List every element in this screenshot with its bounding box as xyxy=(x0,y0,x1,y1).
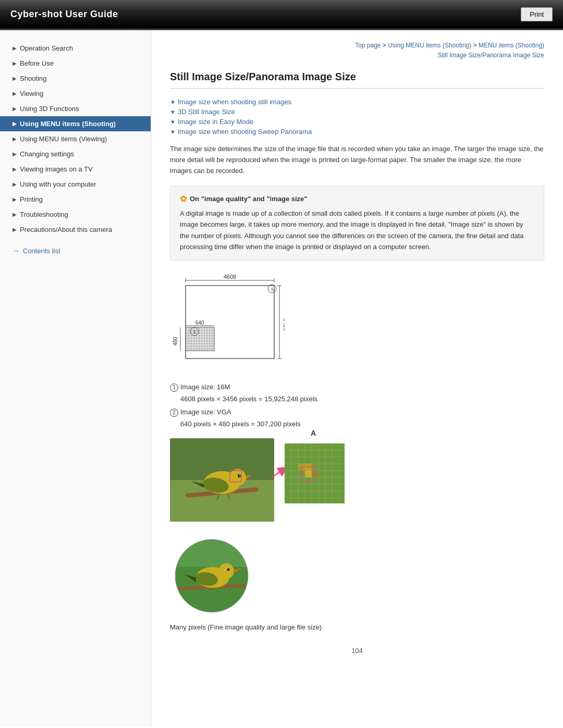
sidebar-arrow-icon: ▶ xyxy=(13,227,17,232)
note-title: ✿ On "image quality" and "image size" xyxy=(180,194,534,204)
contents-list-link[interactable]: → Contents list xyxy=(0,241,151,260)
sidebar-item-label: Using with your computer xyxy=(20,180,96,188)
sidebar-arrow-icon: ▶ xyxy=(13,181,17,187)
toc-link-0[interactable]: Image size when shooting still images xyxy=(178,98,291,106)
label-a: A xyxy=(311,429,316,437)
sidebar-item-3[interactable]: ▶ Viewing xyxy=(0,86,151,101)
bird-main-image xyxy=(170,438,347,527)
toc-item-0: ▼ Image size when shooting still images xyxy=(170,98,544,106)
breadcrumb-menu[interactable]: MENU items (Shooting) xyxy=(479,42,544,49)
sidebar-item-7[interactable]: ▶ Changing settings xyxy=(0,146,151,162)
sidebar-arrow-icon: ▶ xyxy=(13,212,17,217)
diagram: 4608 3456 1 xyxy=(170,270,544,428)
toc-arrow-icon: ▼ xyxy=(170,129,176,135)
breadcrumb-top[interactable]: Top page xyxy=(355,42,381,49)
svg-text:2: 2 xyxy=(193,329,195,335)
sidebar-item-label: Viewing images on a TV xyxy=(20,165,93,173)
sidebar-item-label: Operation Search xyxy=(20,44,73,52)
svg-point-26 xyxy=(238,474,241,477)
size-entry-1: 2 Image size: VGA 640 pixels × 480 pixel… xyxy=(170,408,544,428)
size-detail-1: 640 pixels × 480 pixels = 307,200 pixels xyxy=(180,420,544,428)
toc-arrow-icon: ▼ xyxy=(170,99,176,105)
svg-point-27 xyxy=(239,475,240,476)
svg-point-65 xyxy=(227,568,230,571)
toc-link-1[interactable]: 3D Still Image Size xyxy=(178,108,235,116)
svg-text:3456: 3456 xyxy=(283,318,285,330)
sidebar-item-label: Using MENU items (Shooting) xyxy=(20,120,116,128)
note-text: A digital image is made up of a collecti… xyxy=(180,208,534,253)
page-number: 104 xyxy=(170,647,544,655)
size-name-1: Image size: VGA xyxy=(180,408,231,416)
diagram-svg: 4608 3456 1 xyxy=(170,270,285,376)
arrow-right-icon: → xyxy=(13,246,20,255)
size-entry-0: 1 Image size: 16M 4608 pixels × 3456 pix… xyxy=(170,383,544,403)
size-num-0: 1 xyxy=(170,384,178,392)
sidebar-item-2[interactable]: ▶ Shooting xyxy=(0,71,151,86)
breadcrumb-sep2: > xyxy=(473,42,479,49)
toc-link-3[interactable]: Image size when shooting Sweep Panorama xyxy=(178,128,312,135)
sidebar-item-label: Shooting xyxy=(20,75,46,82)
sidebar-item-label: Viewing xyxy=(20,90,43,97)
sidebar-arrow-icon: ▶ xyxy=(13,196,17,202)
sidebar-arrow-icon: ▶ xyxy=(13,136,17,142)
sidebar: ▶ Operation Search▶ Before Use▶ Shooting… xyxy=(0,30,151,727)
sidebar-item-label: Before Use xyxy=(20,59,54,67)
breadcrumb-current[interactable]: Still Image Size/Panorama Image Size xyxy=(437,52,544,59)
svg-text:480: 480 xyxy=(173,337,178,346)
app-title: Cyber-shot User Guide xyxy=(10,9,118,20)
header: Cyber-shot User Guide Print xyxy=(0,0,563,30)
sidebar-item-label: Using MENU items (Viewing) xyxy=(20,135,107,143)
size-detail-0: 4608 pixels × 3456 pixels = 15,925,248 p… xyxy=(180,395,544,403)
sidebar-arrow-icon: ▶ xyxy=(13,121,17,127)
breadcrumb-sep1: > xyxy=(383,42,388,49)
sidebar-arrow-icon: ▶ xyxy=(13,45,17,51)
sidebar-item-label: Using 3D Functions xyxy=(20,105,79,113)
svg-text:4608: 4608 xyxy=(224,274,236,280)
sidebar-item-4[interactable]: ▶ Using 3D Functions xyxy=(0,101,151,116)
sidebar-item-10[interactable]: ▶ Printing xyxy=(0,192,151,207)
sidebar-item-label: Precautions/About this camera xyxy=(20,226,112,233)
sidebar-item-8[interactable]: ▶ Viewing images on a TV xyxy=(0,162,151,177)
size-num-1: 2 xyxy=(170,409,178,417)
sidebar-item-5[interactable]: ▶ Using MENU items (Shooting) xyxy=(0,116,151,131)
svg-point-63 xyxy=(218,563,234,579)
svg-text:640: 640 xyxy=(195,320,204,326)
toc-list: ▼ Image size when shooting still images▼… xyxy=(170,98,544,135)
svg-point-24 xyxy=(229,469,246,486)
contents-list-label: Contents list xyxy=(23,247,60,255)
sidebar-arrow-icon: ▶ xyxy=(13,106,17,112)
sidebar-arrow-icon: ▶ xyxy=(13,76,17,81)
toc-item-1: ▼ 3D Still Image Size xyxy=(170,108,544,116)
breadcrumb: Top page > Using MENU items (Shooting) >… xyxy=(170,41,544,60)
sidebar-item-11[interactable]: ▶ Troubleshooting xyxy=(0,207,151,222)
toc-item-3: ▼ Image size when shooting Sweep Panoram… xyxy=(170,128,544,135)
print-button[interactable]: Print xyxy=(521,7,553,21)
bird-small-image xyxy=(170,536,259,616)
sidebar-item-12[interactable]: ▶ Precautions/About this camera xyxy=(0,222,151,237)
sidebar-arrow-icon: ▶ xyxy=(13,166,17,172)
toc-arrow-icon: ▼ xyxy=(170,119,176,125)
note-icon: ✿ xyxy=(180,194,187,204)
toc-link-2[interactable]: Image size in Easy Mode xyxy=(178,118,253,126)
caption-text: Many pixels (Fine image quality and larg… xyxy=(170,623,544,631)
svg-rect-54 xyxy=(305,471,312,477)
sidebar-item-1[interactable]: ▶ Before Use xyxy=(0,56,151,71)
bird-section: A xyxy=(170,438,544,631)
note-heading: On "image quality" and "image size" xyxy=(190,195,308,203)
svg-text:1: 1 xyxy=(271,287,273,292)
breadcrumb-shooting[interactable]: Using MENU items (Shooting) xyxy=(388,42,471,49)
sidebar-arrow-icon: ▶ xyxy=(13,91,17,96)
sidebar-item-9[interactable]: ▶ Using with your computer xyxy=(0,177,151,192)
sidebar-item-label: Troubleshooting xyxy=(20,211,68,218)
sidebar-item-6[interactable]: ▶ Using MENU items (Viewing) xyxy=(0,131,151,146)
body-text: The image size determines the size of th… xyxy=(170,144,544,176)
bird-small-section xyxy=(170,536,544,618)
sidebar-item-label: Changing settings xyxy=(20,150,74,158)
sidebar-item-0[interactable]: ▶ Operation Search xyxy=(0,41,151,56)
toc-arrow-icon: ▼ xyxy=(170,109,176,115)
svg-rect-13 xyxy=(186,327,214,351)
page-title: Still Image Size/Panorama Image Size xyxy=(170,71,544,89)
toc-item-2: ▼ Image size in Easy Mode xyxy=(170,118,544,126)
sidebar-arrow-icon: ▶ xyxy=(13,60,17,66)
note-box: ✿ On "image quality" and "image size" A … xyxy=(170,186,544,261)
